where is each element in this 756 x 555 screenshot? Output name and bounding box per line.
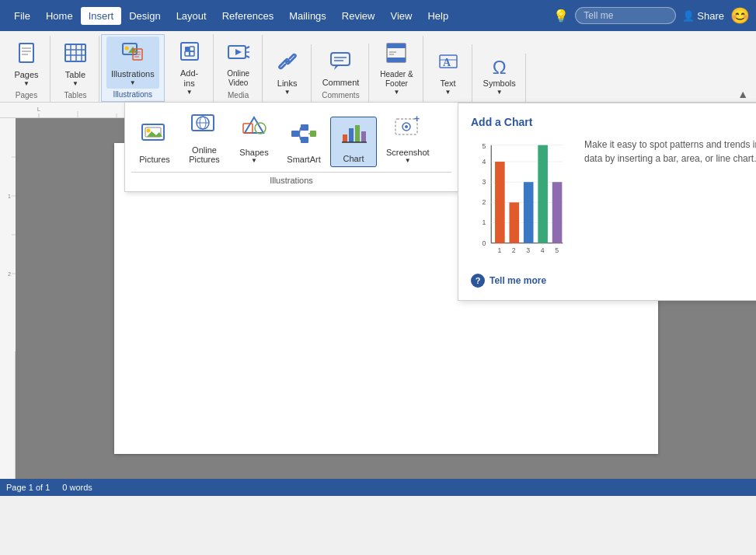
svg-rect-83 (538, 145, 548, 243)
menu-help[interactable]: Help (420, 7, 456, 25)
text-icon: A (436, 49, 461, 77)
menu-design[interactable]: Design (121, 7, 168, 25)
online-video-icon (226, 40, 251, 68)
svg-text:A: A (443, 57, 451, 68)
menu-layout[interactable]: Layout (169, 7, 214, 25)
dropdown-arrow-illus: ▼ (130, 79, 136, 87)
dropdown-arrow-links: ▼ (284, 89, 291, 96)
online-pictures-icon (190, 112, 218, 142)
chart-description: Make it easy to spot patterns and trends… (584, 138, 756, 264)
pictures-icon (141, 121, 169, 152)
links-button[interactable]: Links ▼ (269, 46, 306, 98)
svg-text:5: 5 (483, 142, 486, 150)
pages-button[interactable]: Pages ▼ (8, 37, 45, 89)
shapes-icon (240, 114, 268, 145)
smartart-button[interactable]: SmartArt (280, 118, 327, 167)
shapes-button[interactable]: Shapes ▼ (231, 111, 277, 167)
page-info: Page 1 of 1 (6, 483, 50, 492)
svg-rect-82 (524, 182, 534, 243)
dropdown-arrow-addins: ▼ (186, 89, 193, 96)
menu-home[interactable]: Home (38, 7, 81, 25)
ribbon-group-addins: Add- ins ▼ (166, 34, 214, 102)
svg-rect-5 (65, 44, 85, 61)
svg-text:2: 2 (483, 198, 486, 206)
svg-text:1: 1 (8, 194, 11, 199)
svg-rect-59 (349, 128, 354, 142)
menu-right: 💡 👤 Share 😊 (553, 6, 750, 25)
ribbon-group-links: Links ▼ (264, 44, 312, 102)
addins-icon (177, 39, 202, 67)
symbols-icon: Ω (493, 58, 507, 77)
menu-view[interactable]: View (382, 7, 420, 25)
header-footer-button[interactable]: Header & Footer ▼ (375, 37, 417, 98)
svg-text:3: 3 (526, 246, 530, 254)
tell-me-more-button[interactable]: ? Tell me more (471, 274, 756, 288)
menu-file[interactable]: File (6, 7, 38, 25)
svg-marker-24 (235, 49, 242, 55)
dropdown-arrow-sym: ▼ (496, 89, 503, 96)
svg-rect-84 (552, 182, 563, 243)
word-count: 0 words (62, 483, 92, 492)
menu-insert[interactable]: Insert (81, 7, 122, 25)
svg-text:+: + (414, 114, 420, 124)
illustrations-icon (120, 40, 145, 68)
svg-point-12 (124, 47, 128, 51)
svg-text:4: 4 (541, 246, 545, 254)
links-icon (275, 49, 300, 77)
svg-rect-51 (291, 131, 299, 137)
pages-icon (14, 40, 39, 68)
ribbon-group-symbols: Ω Symbols ▼ (474, 54, 526, 102)
svg-rect-28 (331, 53, 350, 65)
svg-rect-20 (190, 47, 194, 51)
emoji-icon: 😊 (730, 6, 750, 25)
svg-text:0: 0 (483, 239, 486, 247)
ribbon-group-media: Online Video Media (215, 35, 263, 102)
dropdown-arrow: ▼ (23, 80, 30, 88)
dropdown-arrow-hf: ▼ (393, 89, 399, 96)
svg-point-65 (405, 125, 408, 128)
svg-rect-34 (387, 58, 406, 62)
ribbon-group-tables: Table ▼ Tables (52, 36, 99, 102)
screenshot-button[interactable]: + Screenshot ▼ (380, 111, 436, 167)
svg-text:1: 1 (497, 246, 501, 254)
table-icon (63, 40, 88, 68)
dropdown-arrow-screenshot: ▼ (405, 157, 411, 164)
online-video-button[interactable]: Online Video (220, 37, 257, 89)
menu-references[interactable]: References (214, 7, 281, 25)
lightbulb-icon[interactable]: 💡 (553, 9, 569, 23)
online-pictures-button[interactable]: Online Pictures (181, 109, 228, 167)
svg-text:2: 2 (512, 246, 516, 254)
illustrations-dropdown: Pictures Online Pictures (124, 102, 458, 192)
table-button[interactable]: Table ▼ (57, 37, 94, 89)
chart-button[interactable]: Chart (330, 117, 377, 167)
svg-text:1: 1 (483, 218, 486, 226)
person-icon: 👤 (682, 10, 695, 22)
addins-button[interactable]: Add- ins ▼ (171, 36, 208, 98)
header-footer-icon (384, 40, 409, 68)
symbols-button[interactable]: Ω Symbols ▼ (479, 55, 521, 98)
svg-rect-61 (361, 131, 366, 142)
svg-text:2: 2 (8, 271, 11, 277)
text-button[interactable]: A Text ▼ (430, 46, 467, 98)
ribbon-collapse-button[interactable]: ▲ (733, 86, 753, 102)
svg-text:5: 5 (555, 246, 559, 254)
ribbon-group-pages: Pages ▼ Pages (3, 36, 51, 102)
ribbon-group-comments: Comment Comments (313, 44, 370, 102)
svg-line-56 (299, 134, 301, 140)
tell-me-input[interactable] (575, 7, 676, 24)
svg-text:4: 4 (483, 158, 486, 166)
pictures-button[interactable]: Pictures (131, 118, 178, 167)
chart-tooltip-panel: Add a Chart 0 1 2 3 4 5 (458, 103, 756, 301)
share-button[interactable]: 👤 Share (682, 10, 724, 22)
ribbon-group-illustrations: Illustrations ▼ Illustrations (101, 34, 165, 102)
dropdown-arrow-shapes: ▼ (251, 157, 257, 164)
comment-icon (328, 48, 353, 76)
dropdown-arrow-table: ▼ (72, 80, 78, 88)
comment-button[interactable]: Comment (318, 45, 364, 89)
svg-rect-19 (185, 47, 190, 51)
svg-rect-21 (185, 51, 190, 56)
menu-mailings[interactable]: Mailings (281, 7, 334, 25)
menu-review[interactable]: Review (334, 7, 383, 25)
illustrations-button[interactable]: Illustrations ▼ (106, 37, 159, 89)
question-icon: ? (471, 274, 485, 288)
